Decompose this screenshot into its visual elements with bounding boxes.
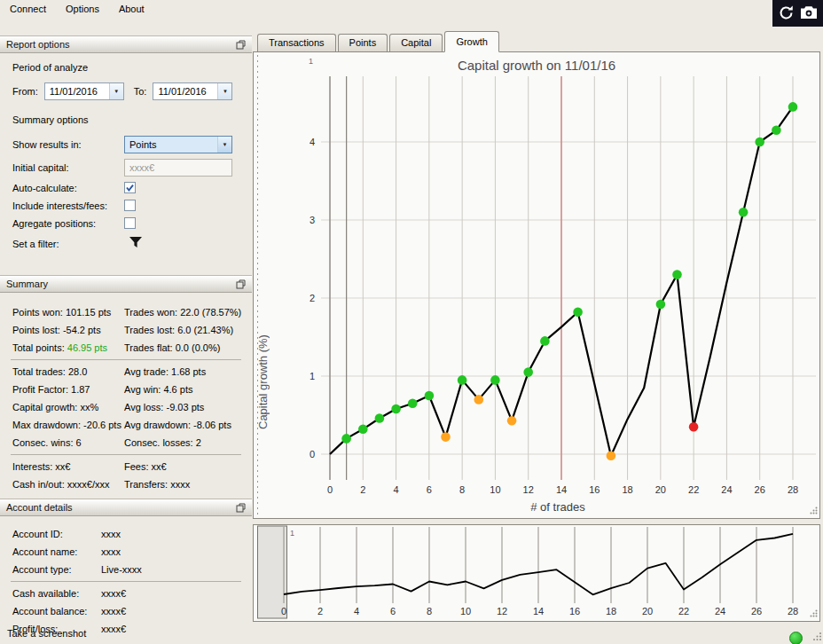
undock-panel-icon[interactable] bbox=[236, 40, 246, 50]
trade-marker-win bbox=[408, 399, 418, 409]
svg-text:22: 22 bbox=[678, 606, 689, 617]
summary-title: Summary bbox=[6, 279, 48, 289]
svg-text:6: 6 bbox=[390, 606, 396, 617]
summary-row: Interests: xx€ Fees: xx€ bbox=[0, 458, 252, 475]
svg-text:26: 26 bbox=[755, 484, 765, 495]
refresh-icon[interactable] bbox=[778, 4, 795, 23]
tab-growth[interactable]: Growth bbox=[444, 31, 498, 52]
summary-value: 1.87 bbox=[71, 384, 90, 395]
summary-label: Capital growth: bbox=[12, 402, 77, 412]
menu-bar: Connect Options About bbox=[0, 0, 823, 20]
to-label: To: bbox=[134, 86, 147, 97]
svg-text:0: 0 bbox=[327, 484, 333, 495]
vertical-splitter-handle[interactable] bbox=[254, 52, 262, 518]
summary-row: Total points: 46.95 pts Trades flat: 0.0… bbox=[0, 339, 252, 357]
filter-funnel-icon[interactable] bbox=[129, 236, 143, 251]
account-details-body: Account ID: xxxx Account name: xxxx Acco… bbox=[0, 525, 252, 638]
summary-label: Fees: bbox=[124, 461, 149, 472]
summary-value: 2 bbox=[196, 437, 201, 448]
undock-panel-icon[interactable] bbox=[236, 503, 246, 513]
svg-text:6: 6 bbox=[427, 484, 432, 495]
svg-text:10: 10 bbox=[490, 484, 500, 495]
aggregate-positions-checkbox[interactable] bbox=[124, 217, 136, 229]
window-resize-grip[interactable] bbox=[812, 632, 822, 643]
trade-marker-win bbox=[672, 270, 682, 279]
panel-resize-grip[interactable] bbox=[810, 609, 818, 619]
trade-marker-flat bbox=[441, 432, 451, 442]
report-options-header: Report options bbox=[0, 35, 252, 53]
svg-text:8: 8 bbox=[459, 484, 465, 495]
camera-icon[interactable] bbox=[800, 5, 818, 21]
aggregate-positions-label: Agregate positions: bbox=[12, 218, 124, 229]
auto-calculate-label: Auto-calculate: bbox=[12, 183, 124, 193]
summary-label: Interests: bbox=[12, 461, 52, 472]
svg-text:2: 2 bbox=[317, 606, 323, 617]
show-results-row: Show results in: Points ▼ bbox=[0, 136, 252, 153]
menu-connect[interactable]: Connect bbox=[0, 0, 56, 20]
summary-row: Profit Factor: 1.87 Avg win: 4.6 pts bbox=[0, 381, 252, 398]
svg-text:18: 18 bbox=[606, 606, 616, 617]
include-fees-row: Include interests/fees: bbox=[0, 199, 252, 212]
set-filter-row: Set a filter: bbox=[0, 236, 252, 251]
svg-text:10: 10 bbox=[460, 606, 471, 617]
summary-value: xxxx bbox=[170, 479, 190, 490]
to-date-value: 11/01/2016 bbox=[153, 86, 217, 97]
panel-resize-grip[interactable] bbox=[810, 506, 818, 516]
tab-transactions[interactable]: Transactions bbox=[257, 34, 336, 51]
summary-value: -54.2 pts bbox=[63, 325, 101, 335]
menu-options[interactable]: Options bbox=[56, 0, 109, 20]
summary-label: Total points: bbox=[12, 342, 65, 353]
summary-value: 6 bbox=[76, 437, 82, 448]
account-label: Account type: bbox=[12, 564, 101, 575]
svg-text:3: 3 bbox=[310, 215, 315, 225]
summary-row: Capital growth: xx% Avg loss: -9.03 pts bbox=[0, 398, 252, 416]
tab-points[interactable]: Points bbox=[338, 34, 388, 51]
undock-panel-icon[interactable] bbox=[236, 279, 246, 289]
summary-value: -9.03 pts bbox=[167, 402, 205, 412]
svg-text:22: 22 bbox=[688, 484, 699, 495]
chart-navigator-panel: 02468101214161820222426281 bbox=[253, 524, 820, 622]
svg-text:0: 0 bbox=[281, 606, 286, 617]
summary-label: Max drawdown: bbox=[12, 420, 81, 430]
summary-label: Avg win: bbox=[124, 384, 161, 395]
summary-options-label: Summary options bbox=[0, 114, 252, 127]
from-date-value: 11/01/2016 bbox=[45, 86, 109, 97]
auto-calculate-checkbox[interactable] bbox=[124, 182, 136, 193]
report-options-title: Report options bbox=[6, 39, 70, 50]
chart-navigator[interactable]: 02468101214161820222426281 bbox=[257, 525, 819, 621]
account-details-header: Account details bbox=[0, 499, 252, 516]
summary-label: Points won: bbox=[12, 307, 63, 318]
svg-text:12: 12 bbox=[523, 484, 534, 495]
trade-marker-win bbox=[540, 336, 550, 346]
summary-value: 6.0 (21.43%) bbox=[177, 325, 233, 335]
include-fees-checkbox[interactable] bbox=[124, 200, 136, 211]
auto-calculate-row: Auto-calculate: bbox=[0, 181, 252, 194]
show-results-select[interactable]: Points ▼ bbox=[124, 136, 232, 153]
account-label: Account name: bbox=[12, 546, 101, 557]
aggregate-positions-row: Agregate positions: bbox=[0, 216, 252, 230]
divider bbox=[11, 581, 241, 582]
summary-value: 0.0 (0.0%) bbox=[176, 342, 221, 353]
account-row: Account type: Live-xxxx bbox=[0, 561, 252, 578]
summary-row: Points lost: -54.2 pts Trades lost: 6.0 … bbox=[0, 321, 252, 339]
to-date-select[interactable]: 11/01/2016 ▼ bbox=[153, 82, 232, 100]
menu-about[interactable]: About bbox=[109, 0, 154, 20]
initial-capital-row: Initial capital: bbox=[0, 159, 252, 177]
initial-capital-input[interactable] bbox=[124, 159, 232, 177]
period-of-analyze-label: Period of analyze bbox=[0, 62, 252, 75]
trade-marker-win bbox=[755, 137, 764, 147]
initial-capital-label: Initial capital: bbox=[12, 162, 124, 173]
account-row: Cash available: xxxx€ bbox=[0, 585, 252, 602]
tab-bar: Transactions Points Capital Growth bbox=[257, 31, 499, 51]
take-screenshot-button[interactable]: Take a screenshot bbox=[7, 628, 86, 639]
summary-body: Points won: 101.15 pts Trades won: 22.0 … bbox=[0, 303, 252, 493]
from-date-select[interactable]: 11/01/2016 ▼ bbox=[44, 82, 124, 100]
svg-text:28: 28 bbox=[788, 484, 798, 495]
tab-capital[interactable]: Capital bbox=[389, 34, 443, 51]
account-row: Account name: xxxx bbox=[0, 543, 252, 561]
summary-value: -20.6 pts bbox=[83, 420, 121, 430]
scale-indicator: 1 bbox=[290, 529, 294, 538]
trade-marker-win bbox=[788, 102, 798, 112]
account-value: xxxx€ bbox=[101, 606, 126, 617]
capital-growth-chart-panel: Capital growth on 11/01/16 Capital growt… bbox=[253, 51, 820, 519]
